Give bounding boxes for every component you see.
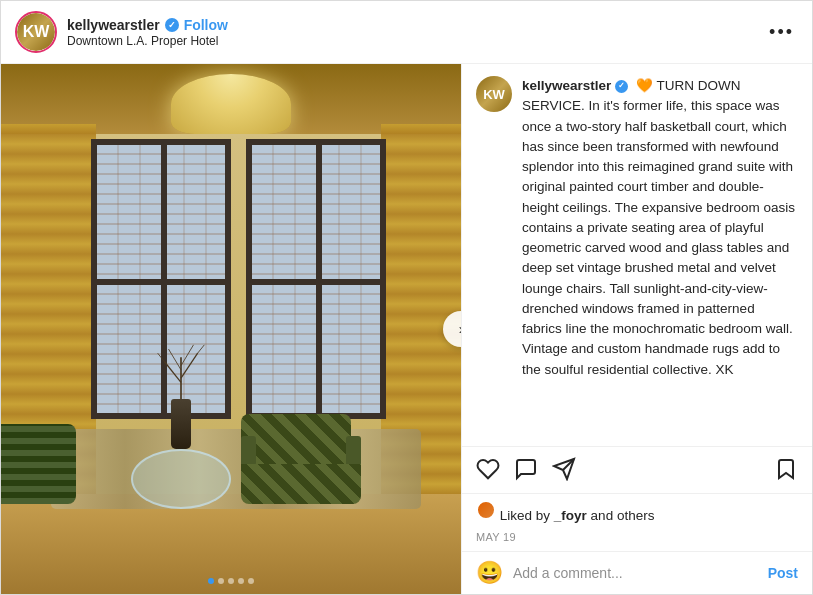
share-button[interactable] — [552, 457, 576, 485]
room-scene: › — [1, 64, 461, 594]
bookmark-icon — [774, 457, 798, 481]
action-icons — [476, 457, 798, 485]
rug — [51, 429, 421, 509]
armchair — [241, 414, 361, 504]
comment-input[interactable] — [513, 565, 758, 581]
liked-by-text: Liked by _foyr and others — [500, 508, 655, 523]
dot-5 — [248, 578, 254, 584]
vase-table — [131, 449, 231, 509]
dot-3 — [228, 578, 234, 584]
header-location: Downtown L.A. Proper Hotel — [67, 34, 765, 48]
follow-button[interactable]: Follow — [184, 17, 228, 33]
svg-line-2 — [181, 353, 198, 378]
image-indicators — [208, 578, 254, 584]
caption-text: 🧡 TURN DOWN SERVICE. In it's former life… — [522, 78, 795, 377]
post-right-panel: KW kellywearstler✓ 🧡 TURN DOWN SERVICE. … — [461, 64, 812, 594]
comment-input-row: 😀 Post — [462, 551, 812, 594]
comment-button[interactable] — [514, 457, 538, 485]
likes-avatar-1 — [476, 500, 496, 520]
window-right — [246, 139, 386, 419]
svg-line-6 — [198, 345, 205, 353]
caption-username[interactable]: kellywearstler — [522, 78, 611, 93]
post-date: MAY 19 — [462, 529, 812, 551]
svg-line-3 — [169, 349, 182, 370]
post-comment-button[interactable]: Post — [768, 565, 798, 581]
likes-row: Liked by _foyr and others — [462, 494, 812, 529]
actions-area — [462, 447, 812, 494]
dot-4 — [238, 578, 244, 584]
header-info: kellywearstler ✓ Follow Downtown L.A. Pr… — [67, 17, 765, 48]
heart-icon — [476, 457, 500, 481]
caption-verified-icon: ✓ — [615, 80, 628, 93]
bookmark-button[interactable] — [774, 457, 798, 485]
verified-icon: ✓ — [165, 18, 179, 32]
caption-author-row: KW kellywearstler✓ 🧡 TURN DOWN SERVICE. … — [476, 76, 798, 380]
comment-icon — [514, 457, 538, 481]
instagram-post: KW kellywearstler ✓ Follow Downtown L.A.… — [0, 0, 813, 595]
post-body: › KW kellywearstler✓ 🧡 TURN DOWN SERV — [1, 64, 812, 594]
share-icon — [552, 457, 576, 481]
sofa — [1, 404, 76, 504]
svg-line-5 — [158, 353, 165, 361]
header-username[interactable]: kellywearstler — [67, 17, 160, 33]
post-header: KW kellywearstler ✓ Follow Downtown L.A.… — [1, 1, 812, 64]
like-button[interactable] — [476, 457, 500, 485]
windows-container — [91, 139, 386, 419]
caption-area: KW kellywearstler✓ 🧡 TURN DOWN SERVICE. … — [462, 64, 812, 447]
light-fixture — [171, 64, 291, 134]
emoji-button[interactable]: 😀 — [476, 560, 503, 586]
dot-2 — [218, 578, 224, 584]
caption-content: kellywearstler✓ 🧡 TURN DOWN SERVICE. In … — [522, 76, 798, 380]
dot-1 — [208, 578, 214, 584]
liked-by-username[interactable]: _foyr — [554, 508, 587, 523]
more-options-button[interactable]: ••• — [765, 22, 798, 43]
avatar[interactable]: KW — [15, 11, 57, 53]
post-image: › — [1, 64, 461, 594]
svg-line-1 — [164, 362, 181, 383]
likes-avatars — [476, 500, 490, 520]
caption-avatar[interactable]: KW — [476, 76, 512, 112]
